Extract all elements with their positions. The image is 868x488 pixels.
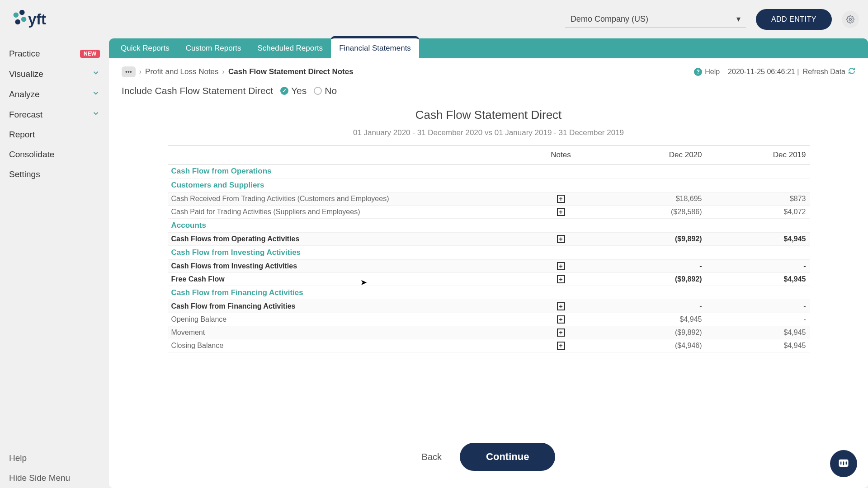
row-value-p1: ($4,946) <box>602 339 706 352</box>
table-row: Free Cash Flow+($9,892)$4,945 <box>168 273 810 286</box>
breadcrumb-parent[interactable]: Profit and Loss Notes <box>145 67 219 76</box>
sidebar-item-label: Settings <box>9 169 100 179</box>
chevron-right-icon: › <box>139 68 142 76</box>
sidebar-help[interactable]: Help <box>0 448 109 468</box>
syft-logo[interactable]: yft <box>9 2 61 36</box>
col-period-1: Dec 2020 <box>602 146 706 164</box>
svg-point-1 <box>19 9 25 14</box>
sidebar-item-label: Analyze <box>9 89 92 99</box>
row-label: Cash Flows from Investing Activities <box>168 260 520 273</box>
tab-financial-statements[interactable]: Financial Statements <box>331 36 419 58</box>
row-value-p1: $18,695 <box>602 192 706 206</box>
sidebar-item-label: Visualize <box>9 69 92 79</box>
report-tabs: Quick ReportsCustom ReportsScheduled Rep… <box>109 38 868 58</box>
row-label: Cash Flows from Operating Activities <box>168 233 520 246</box>
sidebar-item-analyze[interactable]: Analyze <box>0 84 109 104</box>
add-note-button[interactable]: + <box>557 302 565 310</box>
include-no-radio[interactable]: No <box>314 85 337 96</box>
table-row: Cash Received From Trading Activities (C… <box>168 192 810 206</box>
table-row: Closing Balance+($4,946)$4,945 <box>168 339 810 352</box>
row-label: Cash Flow from Investing Activities <box>168 246 520 260</box>
row-label: Opening Balance <box>168 313 520 326</box>
table-row: Movement+($9,892)$4,945 <box>168 326 810 339</box>
add-note-button[interactable]: + <box>557 328 565 337</box>
table-row: Accounts <box>168 219 810 233</box>
sidebar-item-label: Consolidate <box>9 150 100 160</box>
settings-gear-button[interactable] <box>842 11 859 28</box>
tab-custom-reports[interactable]: Custom Reports <box>178 38 250 58</box>
row-note-cell: + <box>520 260 602 273</box>
breadcrumb-more[interactable]: ••• <box>122 66 136 77</box>
row-note-cell <box>520 219 602 233</box>
refresh-icon[interactable] <box>848 67 855 76</box>
row-value-p2: $4,945 <box>706 273 810 286</box>
row-label: Closing Balance <box>168 339 520 352</box>
row-label: Cash Flow from Operations <box>168 164 520 178</box>
content-area: ••• › Profit and Loss Notes › Cash Flow … <box>109 58 868 488</box>
add-note-button[interactable]: + <box>557 342 565 350</box>
sidebar-item-visualize[interactable]: Visualize <box>0 64 109 84</box>
last-refresh-timestamp: 2020-11-25 06:46:21 <box>728 68 795 76</box>
row-label: Free Cash Flow <box>168 273 520 286</box>
table-row: Opening Balance+$4,945- <box>168 313 810 326</box>
row-note-cell: + <box>520 326 602 339</box>
entity-selector[interactable]: Demo Company (US) ▾ <box>565 10 746 28</box>
table-row: Customers and Suppliers <box>168 178 810 192</box>
add-note-button[interactable]: + <box>557 195 565 203</box>
row-value-p1: - <box>602 300 706 313</box>
tab-quick-reports[interactable]: Quick Reports <box>113 38 178 58</box>
row-value-p2 <box>706 219 810 233</box>
chevron-down-icon <box>92 69 100 79</box>
row-value-p1 <box>602 246 706 260</box>
row-value-p2 <box>706 178 810 192</box>
include-toggle-row: Include Cash Flow Statement Direct Yes N… <box>109 85 868 103</box>
add-note-button[interactable]: + <box>557 208 565 216</box>
sidebar-item-settings[interactable]: Settings <box>0 164 109 184</box>
sidebar-item-consolidate[interactable]: Consolidate <box>0 145 109 164</box>
main-panel: Quick ReportsCustom ReportsScheduled Rep… <box>109 38 868 488</box>
report-title: Cash Flow Statement Direct <box>109 108 868 122</box>
wizard-actions: Back Continue <box>109 443 868 471</box>
table-row: Cash Flow from Investing Activities <box>168 246 810 260</box>
table-row: Cash Flows from Investing Activities+-- <box>168 260 810 273</box>
svg-point-2 <box>21 17 26 22</box>
row-note-cell: + <box>520 273 602 286</box>
row-value-p1: - <box>602 260 706 273</box>
chevron-down-icon <box>92 89 100 99</box>
row-label: Cash Flow from Financing Activities <box>168 300 520 313</box>
add-note-button[interactable]: + <box>557 275 565 283</box>
add-note-button[interactable]: + <box>557 235 565 243</box>
cash-flow-table: Notes Dec 2020 Dec 2019 Cash Flow from O… <box>168 145 810 352</box>
continue-button[interactable]: Continue <box>460 443 555 471</box>
col-notes: Notes <box>520 146 602 164</box>
sidebar-item-report[interactable]: Report <box>0 125 109 145</box>
row-note-cell <box>520 164 602 178</box>
back-button[interactable]: Back <box>422 452 442 462</box>
refresh-data-link[interactable]: Refresh Data <box>803 68 845 76</box>
row-value-p1 <box>602 219 706 233</box>
row-label: Cash Paid for Trading Activities (Suppli… <box>168 206 520 219</box>
add-note-button[interactable]: + <box>557 315 565 324</box>
include-yes-radio[interactable]: Yes <box>280 85 307 96</box>
row-value-p2 <box>706 286 810 300</box>
sidebar-item-practice[interactable]: PracticeNEW <box>0 44 109 64</box>
svg-text:yft: yft <box>28 11 46 28</box>
sidebar-item-forecast[interactable]: Forecast <box>0 104 109 125</box>
row-value-p1: $4,945 <box>602 313 706 326</box>
row-label: Cash Flow from Financing Activities <box>168 286 520 300</box>
tab-scheduled-reports[interactable]: Scheduled Reports <box>250 38 331 58</box>
table-row: Cash Flows from Operating Activities+($9… <box>168 233 810 246</box>
help-link[interactable]: ? Help <box>694 68 720 76</box>
sidebar: PracticeNEWVisualizeAnalyzeForecastRepor… <box>0 38 109 488</box>
add-entity-button[interactable]: ADD ENTITY <box>756 9 832 30</box>
intercom-launcher[interactable] <box>830 450 857 477</box>
sidebar-hide-menu[interactable]: Hide Side Menu <box>0 468 109 488</box>
dropdown-caret-icon: ▾ <box>736 14 741 24</box>
add-note-button[interactable]: + <box>557 262 565 270</box>
chevron-right-icon: › <box>222 68 225 76</box>
gear-icon <box>846 15 854 23</box>
row-value-p2 <box>706 164 810 178</box>
row-note-cell <box>520 178 602 192</box>
breadcrumb-current: Cash Flow Statement Direct Notes <box>228 67 354 76</box>
row-note-cell: + <box>520 313 602 326</box>
